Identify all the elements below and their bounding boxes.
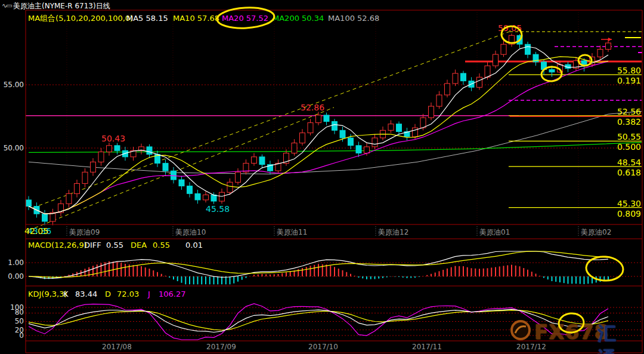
kdj-axis-50: 50 [1, 317, 24, 325]
corner-low-yellow: 42.05 [24, 226, 48, 236]
chart-window-icon: ∿▭ [2, 2, 11, 10]
kdj-d-value: 72.03 [117, 290, 139, 298]
macd-diff-label: DIFF [84, 241, 101, 250]
fib-price-45.30: 45.30 [605, 199, 641, 208]
fib-ratio-0.500: 0.500 [605, 142, 641, 152]
swing-high-5286: 52.86 [301, 103, 324, 112]
swing-high-5905: 59.05 [498, 23, 522, 33]
kdj-d-label: D [105, 290, 111, 298]
ma5-value: MA5 58.15 [126, 14, 168, 23]
ma10-value: MA10 57.68 [173, 14, 219, 23]
fx678-logo-icon [509, 319, 532, 341]
price-axis-50: 50.00 [1, 144, 24, 152]
macd-bar-value: 0.01 [185, 241, 203, 250]
chart-canvas[interactable] [0, 0, 644, 354]
macd-diff-value: 0.55 [106, 241, 123, 250]
macd-dea-value: 0.55 [153, 241, 170, 250]
fib-ratio-0.382: 0.382 [605, 117, 641, 127]
contract-label-5: 美原油02 [581, 227, 611, 238]
time-label-0: 2017/08 [102, 343, 132, 351]
contract-label-0: 美原油09 [69, 227, 100, 238]
contract-label-4: 美原油01 [479, 227, 510, 238]
time-label-2: 2017/10 [308, 343, 338, 351]
ma100-value: MA100 52.68 [328, 14, 379, 23]
kdj-k-value: 83.44 [75, 290, 97, 298]
ma-combo-label: MA组合(5,10,20,200,100,0) [28, 14, 133, 23]
instrument-title: 美原油主(NYME-R 6713)日线 [13, 1, 110, 11]
fib-price-50.55: 50.55 [605, 132, 641, 141]
time-label-1: 2017/09 [206, 343, 236, 351]
macd-axis-1.00: 1.00 [1, 258, 24, 267]
kdj-axis-80: 80 [1, 308, 24, 316]
ma20-value: MA20 57.52 [222, 14, 268, 23]
kdj-j-label: J [148, 290, 150, 298]
kdj-params-label: KDJ(9,3,3) [28, 290, 67, 298]
swing-high-5043: 50.43 [101, 134, 125, 143]
fib-price-48.54: 48.54 [605, 158, 641, 167]
fib-ratio-0.191: 0.191 [605, 76, 641, 85]
kdj-j-value: 106.27 [159, 290, 186, 298]
time-label-4: 2017/12 [516, 343, 546, 351]
kdj-k-label: K [63, 290, 69, 298]
contract-label-3: 美原油12 [378, 227, 408, 238]
fib-ratio-0.809: 0.809 [605, 209, 641, 218]
ma200-value: MA200 50.34 [273, 14, 324, 23]
time-label-3: 2017/11 [412, 343, 442, 351]
contract-label-1: 美原油10 [175, 227, 206, 238]
fib-ratio-0.618: 0.618 [605, 168, 641, 177]
price-axis-55: 55.00 [1, 81, 24, 89]
kdj-axis-0: 0 [1, 331, 24, 340]
watermark-site-text: 汇通网 [597, 321, 616, 354]
fib-price-55.80: 55.80 [605, 66, 641, 75]
fib-price-52.56: 52.56 [605, 107, 641, 116]
macd-axis-0.00: 0.00 [1, 272, 24, 281]
contract-label-2: 美原油11 [277, 227, 307, 238]
macd-params-label: MACD(12,26,9) [28, 241, 87, 250]
swing-low-4558: 45.58 [206, 204, 230, 214]
macd-dea-label: DEA [131, 241, 147, 250]
title-bar: ∿▭ 美原油主(NYME-R 6713)日线 [0, 0, 644, 10]
trading-chart-window: ∿▭ 美原油主(NYME-R 6713)日线 MA组合(5,10,20,200,… [0, 0, 644, 354]
